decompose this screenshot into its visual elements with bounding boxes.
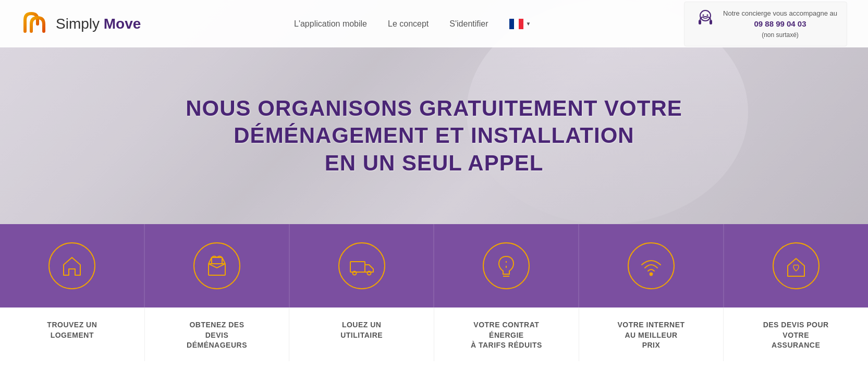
concierge-text: Notre concierge vous accompagne au 09 88… bbox=[723, 8, 837, 40]
service-tile-energie[interactable] bbox=[434, 224, 579, 308]
house-heart-icon bbox=[784, 253, 809, 278]
service-label-internet[interactable]: VOTRE INTERNET AU MEILLEUR PRIX bbox=[579, 308, 724, 361]
service-labels-row: TROUVEZ UN LOGEMENT OBTENEZ DES DEVIS DÉ… bbox=[0, 308, 868, 361]
hero-title-line1: NOUS ORGANISONS GRATUITEMENT VOTRE bbox=[186, 96, 682, 120]
hero-content: NOUS ORGANISONS GRATUITEMENT VOTRE DÉMÉN… bbox=[186, 47, 682, 177]
services-section: TROUVEZ UN LOGEMENT OBTENEZ DES DEVIS DÉ… bbox=[0, 224, 868, 361]
bulb-icon bbox=[494, 253, 519, 278]
concierge-phone: 09 88 99 04 03 bbox=[723, 18, 837, 30]
logo-icon bbox=[21, 9, 50, 38]
service-label-energie[interactable]: VOTRE CONTRAT ÉNERGIE À TARIFS RÉDUITS bbox=[434, 308, 579, 361]
concierge-icon bbox=[694, 8, 717, 34]
svg-rect-6 bbox=[350, 262, 365, 272]
service-circle-internet bbox=[628, 242, 675, 289]
service-label-demenageurs[interactable]: OBTENEZ DES DEVIS DÉMÉNAGEURS bbox=[145, 308, 290, 361]
logo-text: Simply Move bbox=[56, 16, 141, 32]
svg-rect-2 bbox=[710, 20, 712, 24]
service-tile-assurance[interactable] bbox=[724, 224, 868, 308]
flag-fr bbox=[509, 19, 524, 29]
svg-point-4 bbox=[707, 14, 708, 16]
hero-title-line3: EN UN SEUL APPEL bbox=[325, 151, 544, 175]
service-tile-logement[interactable] bbox=[0, 224, 145, 308]
service-label-assurance[interactable]: DES DEVIS POUR VOTRE ASSURANCE bbox=[724, 308, 868, 361]
service-circle-utilitaire bbox=[338, 242, 385, 289]
service-circle-demenageurs bbox=[193, 242, 240, 289]
concierge-intro: Notre concierge vous accompagne au bbox=[723, 8, 837, 19]
service-tile-utilitaire[interactable] bbox=[290, 224, 435, 308]
service-icons-row bbox=[0, 224, 868, 308]
service-circle-assurance bbox=[773, 242, 820, 289]
svg-rect-1 bbox=[699, 20, 701, 24]
language-selector[interactable]: ▼ bbox=[509, 19, 531, 29]
service-label-utilitaire[interactable]: LOUEZ UN UTILITAIRE bbox=[289, 308, 434, 361]
service-circle-energie bbox=[483, 242, 530, 289]
nav-signin[interactable]: S'identifier bbox=[449, 19, 488, 29]
svg-point-13 bbox=[650, 273, 653, 276]
hero-title-line2: DÉMÉNAGEMENT ET INSTALLATION bbox=[234, 123, 634, 147]
service-tile-demenageurs[interactable] bbox=[145, 224, 290, 308]
main-nav: L'application mobile Le concept S'identi… bbox=[294, 19, 531, 29]
nav-concept[interactable]: Le concept bbox=[388, 19, 429, 29]
home-icon bbox=[59, 253, 84, 278]
nav-mobile-app[interactable]: L'application mobile bbox=[294, 19, 367, 29]
truck-icon bbox=[349, 253, 374, 278]
header: Simply Move L'application mobile Le conc… bbox=[0, 0, 868, 47]
wifi-icon bbox=[639, 253, 664, 278]
chevron-down-icon: ▼ bbox=[526, 21, 531, 27]
svg-point-0 bbox=[700, 10, 711, 21]
service-circle-logement bbox=[48, 242, 95, 289]
svg-point-3 bbox=[703, 14, 704, 16]
service-label-logement[interactable]: TROUVEZ UN LOGEMENT bbox=[0, 308, 145, 361]
concierge-box: Notre concierge vous accompagne au 09 88… bbox=[684, 2, 847, 46]
hero-title: NOUS ORGANISONS GRATUITEMENT VOTRE DÉMÉN… bbox=[186, 95, 682, 177]
box-icon bbox=[204, 253, 229, 278]
logo-area[interactable]: Simply Move bbox=[21, 9, 141, 38]
service-tile-internet[interactable] bbox=[579, 224, 724, 308]
concierge-note: (non surtaxé) bbox=[723, 30, 837, 40]
